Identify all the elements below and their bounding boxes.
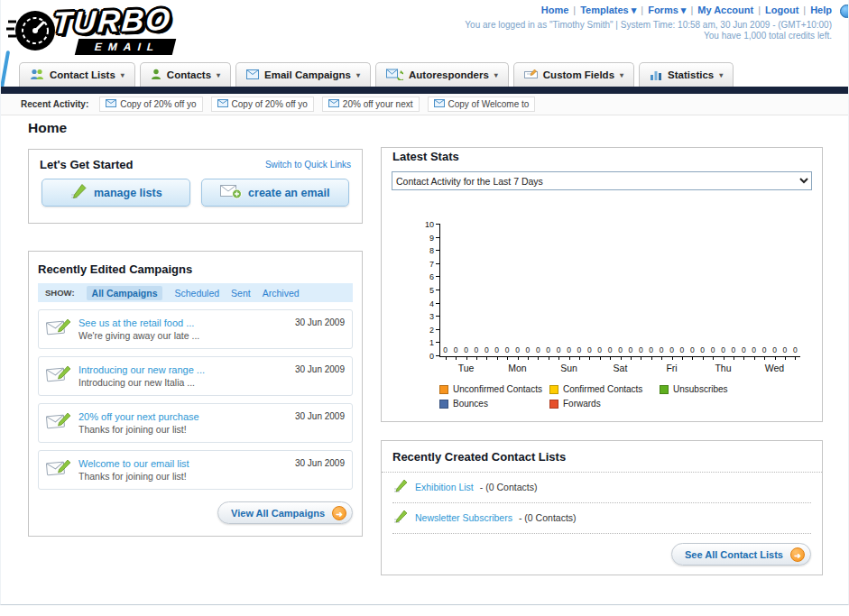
filter-archived[interactable]: Archived: [263, 288, 300, 299]
y-axis-tick-label: 5: [416, 286, 434, 295]
separator: |: [641, 5, 643, 15]
y-axis-tick: [436, 316, 440, 317]
y-axis-tick: [436, 250, 440, 251]
recent-activity-item[interactable]: Copy of 20% off yo: [211, 97, 314, 112]
stats-period-select[interactable]: Contact Activity for the Last 7 Days: [392, 171, 812, 190]
chevron-down-icon: ▾: [494, 71, 498, 79]
campaign-item[interactable]: 20% off your next purchase Thanks for jo…: [38, 403, 353, 443]
envelope-icon: [106, 99, 116, 109]
top-link-help[interactable]: Help: [810, 5, 832, 15]
x-axis-tick: [785, 356, 786, 360]
separator: |: [803, 5, 806, 15]
campaign-title-link[interactable]: See us at the retail food ...: [78, 317, 288, 328]
contact-list-link[interactable]: Newsletter Subscribers: [415, 512, 512, 523]
y-axis-tick-label: 0: [416, 352, 434, 361]
chevron-down-icon: ▾: [620, 71, 623, 79]
tab-label: Contact Lists: [50, 69, 115, 80]
y-axis-tick-label: 2: [416, 326, 434, 335]
bar-value-label: 0: [680, 345, 685, 354]
manage-lists-button[interactable]: manage lists: [42, 179, 190, 207]
x-axis-tick: [549, 356, 549, 360]
x-axis-tick: [682, 356, 683, 360]
recent-activity-item[interactable]: Copy of Welcome to: [428, 97, 536, 112]
chevron-down-icon: ▾: [217, 71, 220, 79]
campaign-subtitle: Thanks for joining our list!: [78, 471, 288, 482]
contact-list-link[interactable]: Exhibition List: [415, 482, 474, 492]
y-axis-tick-label: 4: [416, 299, 434, 308]
top-link-templates[interactable]: Templates ▾: [580, 5, 636, 15]
tab-custom-fields[interactable]: Custom Fields ▾: [513, 62, 634, 87]
bar-value-label: 0: [618, 345, 623, 354]
filter-scheduled[interactable]: Scheduled: [174, 288, 219, 299]
x-axis-tick: [734, 356, 734, 360]
tab-autoresponders[interactable]: Autoresponders ▾: [375, 62, 509, 87]
envelope-pencil-icon: [46, 411, 71, 435]
campaign-item[interactable]: See us at the retail food ... We're givi…: [38, 309, 353, 349]
bar-value-label: 0: [660, 345, 664, 354]
bar-value-label: 0: [587, 345, 592, 354]
x-axis-tick: [724, 356, 724, 360]
switch-quick-links-link[interactable]: Switch to Quick Links: [265, 160, 351, 170]
x-axis-category-label: Tue: [458, 363, 475, 373]
nav-divider-bar: [1, 87, 849, 94]
create-email-button[interactable]: create an email: [201, 179, 350, 207]
x-axis-tick: [569, 356, 570, 360]
x-axis-tick: [692, 356, 693, 360]
get-started-panel: Let's Get Started Switch to Quick Links …: [28, 149, 363, 224]
y-axis-tick: [436, 224, 440, 225]
y-axis-tick-label: 9: [416, 234, 434, 243]
tab-email-campaigns[interactable]: Email Campaigns ▾: [235, 62, 371, 87]
tab-contacts[interactable]: Contacts ▾: [140, 62, 231, 87]
create-email-label: create an email: [248, 187, 329, 199]
campaign-title-link[interactable]: Welcome to our email list: [78, 458, 288, 469]
x-axis-tick: [631, 356, 632, 360]
envelope-icon: [217, 99, 228, 109]
contact-lists-panel: Recently Created Contact Lists Exhibitio…: [381, 440, 823, 575]
legend-swatch: [660, 385, 669, 394]
envelope-pencil-icon: [46, 317, 71, 341]
campaign-title-link[interactable]: 20% off your next purchase: [78, 411, 288, 422]
live-help-icon[interactable]: [840, 5, 849, 18]
bar-value-label: 0: [475, 345, 479, 354]
contact-list-item[interactable]: Newsletter Subscribers - (0 Contacts): [392, 503, 811, 534]
bar-value-label: 0: [484, 345, 489, 354]
x-axis-tick: [795, 356, 796, 360]
top-link-logout[interactable]: Logout: [765, 5, 798, 15]
campaign-item[interactable]: Introducing our new range ... Introducin…: [38, 356, 353, 396]
top-link-home[interactable]: Home: [541, 5, 569, 15]
top-link-my-account[interactable]: My Account: [697, 5, 753, 15]
chevron-down-icon: ▾: [121, 71, 125, 79]
bar-value-label: 0: [752, 345, 756, 354]
view-all-campaigns-button[interactable]: View All Campaigns ➜: [217, 501, 353, 524]
see-all-contact-lists-button[interactable]: See All Contact Lists ➜: [671, 543, 811, 565]
campaign-date: 30 Jun 2009: [295, 361, 345, 374]
top-link-forms[interactable]: Forms ▾: [648, 5, 686, 15]
tab-label: Autoresponders: [409, 69, 489, 80]
tab-label: Contacts: [167, 69, 211, 80]
tab-contact-lists[interactable]: Contact Lists ▾: [19, 62, 135, 87]
campaign-title-link[interactable]: Introducing our new range ...: [78, 364, 288, 375]
x-axis-tick: [589, 356, 590, 360]
filter-all-campaigns[interactable]: All Campaigns: [87, 286, 163, 300]
separator: |: [690, 5, 693, 15]
bar-value-label: 0: [526, 345, 531, 354]
y-axis-tick: [436, 355, 440, 356]
legend-swatch: [439, 400, 448, 409]
recent-activity-item[interactable]: 20% off your next: [322, 97, 420, 112]
separator: |: [573, 5, 576, 15]
contact-list-count: - (0 Contacts): [519, 512, 577, 523]
legend-swatch: [549, 400, 558, 409]
arrow-icon: ➜: [332, 506, 346, 520]
chevron-down-icon: ▾: [356, 71, 360, 79]
campaign-item[interactable]: Welcome to our email list Thanks for joi…: [38, 450, 353, 490]
campaign-subtitle: Introducing our new Italia ...: [78, 377, 288, 388]
filter-sent[interactable]: Sent: [231, 288, 251, 299]
view-all-campaigns-label: View All Campaigns: [231, 508, 325, 519]
login-info: You are logged in as "Timothy Smith" | S…: [465, 20, 832, 30]
campaign-date: 30 Jun 2009: [295, 455, 345, 468]
statistics-icon: [650, 69, 662, 82]
tab-statistics[interactable]: Statistics ▾: [639, 62, 734, 87]
chart-legend: Unconfirmed ContactsConfirmed ContactsUn…: [439, 384, 818, 413]
contact-list-item[interactable]: Exhibition List - (0 Contacts): [392, 473, 811, 503]
recent-activity-item[interactable]: Copy of 20% off yo: [99, 97, 202, 112]
